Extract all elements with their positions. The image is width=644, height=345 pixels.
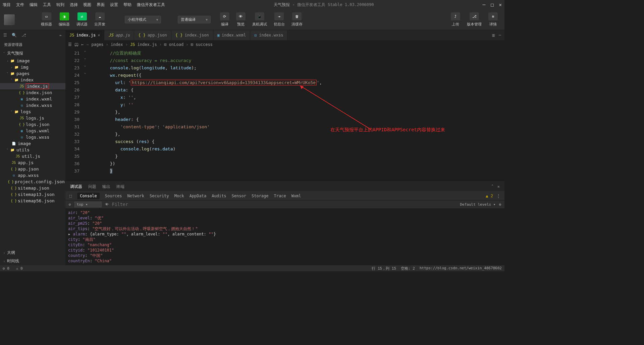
toolbtn-编译[interactable]: ⟳编译: [217, 11, 232, 28]
toolbtn-详情[interactable]: ≡详情: [486, 11, 500, 28]
panel-up-icon[interactable]: ˄: [491, 184, 493, 189]
outline-section[interactable]: ›大纲: [0, 249, 65, 257]
clear-icon[interactable]: ⊘: [69, 202, 71, 207]
menu-设置[interactable]: 设置: [110, 2, 118, 8]
tree-logs.wxss[interactable]: ⧈logs.wxss: [0, 134, 65, 140]
crumb-onLoad[interactable]: ⊡ onLoad: [164, 42, 183, 47]
maximize-icon[interactable]: □: [491, 2, 493, 7]
menu-帮助[interactable]: 帮助: [123, 2, 131, 8]
ptab-终端[interactable]: 终端: [116, 184, 124, 190]
tree-logs.json[interactable]: { }logs.json: [0, 121, 65, 128]
tree-sitemap13.json[interactable]: { }sitemap13.json: [0, 191, 65, 198]
dtab-Audits[interactable]: Audits: [212, 194, 226, 198]
avatar[interactable]: [4, 14, 15, 25]
timeline-section[interactable]: ›时间线: [0, 257, 65, 265]
settings-icon[interactable]: ⚙: [499, 202, 501, 207]
crumb-index[interactable]: index: [111, 42, 123, 47]
tab-app.json[interactable]: { }app.json: [134, 30, 171, 40]
dtab-Mock[interactable]: Mock: [174, 194, 184, 198]
toolbtn-真机调试[interactable]: 📱真机调试: [250, 11, 270, 28]
ptab-输出[interactable]: 输出: [102, 184, 110, 190]
mode-select[interactable]: 小程序模式▼: [125, 16, 161, 23]
dtab-Network[interactable]: Network: [127, 194, 144, 198]
toolbtn-上传[interactable]: ⤴上传: [448, 11, 463, 28]
tree-index.wxml[interactable]: ▣index.wxml: [0, 96, 65, 102]
split-icon[interactable]: ▥: [492, 33, 495, 38]
crumb-pages[interactable]: pages: [91, 42, 103, 47]
project-root[interactable]: ˅天气预报: [0, 49, 65, 58]
eye-icon[interactable]: 👁: [105, 202, 109, 207]
tree-image[interactable]: 📄image: [0, 140, 65, 147]
explorer-icon[interactable]: ☰: [3, 33, 7, 38]
minimize-icon[interactable]: ─: [483, 2, 485, 7]
menu-工具[interactable]: 工具: [43, 2, 51, 8]
collapse-icon[interactable]: ⇤: [60, 33, 62, 38]
toolbtn-预览[interactable]: 👁预览: [233, 11, 248, 28]
bookmark-icon[interactable]: 🕮: [74, 42, 78, 47]
dtab-Storage[interactable]: Storage: [252, 194, 269, 198]
tree-index.wxss[interactable]: ⧈index.wxss: [0, 102, 65, 109]
menu-微信开发者工具[interactable]: 微信开发者工具: [137, 2, 165, 8]
tree-index.json[interactable]: { }index.json: [0, 89, 65, 96]
tab-index.wxml[interactable]: ▣index.wxml: [213, 30, 250, 40]
inspect-icon[interactable]: ⬚: [69, 194, 72, 198]
filter-input[interactable]: [112, 202, 457, 207]
menu-界面[interactable]: 界面: [97, 2, 105, 8]
levels-select[interactable]: Default levels ▾: [460, 202, 495, 207]
tree-util.js[interactable]: JSutil.js: [0, 153, 65, 159]
tree-pages[interactable]: ˅📁pages: [0, 70, 65, 77]
menu-视图[interactable]: 视图: [83, 2, 91, 8]
tree-utils[interactable]: ˅📁utils: [0, 147, 65, 153]
tree-index[interactable]: ˅📁index: [0, 77, 65, 83]
tree-project.config.json[interactable]: { }project.config.json: [0, 179, 65, 185]
menu-转到[interactable]: 转到: [56, 2, 64, 8]
crumb-success[interactable]: ⊡ success: [191, 42, 213, 47]
tab-app.js[interactable]: JSapp.js: [104, 30, 134, 40]
more-icon[interactable]: ⋯: [499, 33, 501, 38]
tree-sitemap.json[interactable]: { }sitemap.json: [0, 185, 65, 191]
panel-close-icon[interactable]: ✕: [497, 184, 500, 189]
tab-index.wxss[interactable]: ⧈index.wxss: [250, 30, 287, 40]
tab-index.js[interactable]: JSindex.js×: [65, 30, 104, 40]
tab-index.json[interactable]: { }index.json: [171, 30, 213, 40]
ptab-调试器[interactable]: 调试器: [70, 184, 82, 190]
tree-app.wxss[interactable]: ⧈app.wxss: [0, 172, 65, 179]
dtab-Sensor[interactable]: Sensor: [232, 194, 246, 198]
tree-image[interactable]: ›📁image: [0, 58, 65, 64]
menu-选择[interactable]: 选择: [70, 2, 78, 8]
tree-logs.wxml[interactable]: ▣logs.wxml: [0, 128, 65, 134]
toolbtn-版本管理[interactable]: ⎇版本管理: [464, 11, 484, 28]
menu-项目[interactable]: 项目: [3, 2, 11, 8]
warn-badge[interactable]: ▲ 2: [486, 194, 493, 198]
crumb-index.js[interactable]: JS index.js: [130, 42, 157, 47]
tree-logs.js[interactable]: JSlogs.js: [0, 115, 65, 121]
console-output[interactable]: air: "20" air_level: "优" air_pm25: "20" …: [65, 209, 504, 265]
menu-编辑[interactable]: 编辑: [30, 2, 38, 8]
toolbtn-云开发[interactable]: ☁云开发: [92, 11, 108, 28]
toolbtn-切后台[interactable]: ⇥切后台: [271, 11, 287, 28]
tree-app.js[interactable]: JSapp.js: [0, 159, 65, 166]
toolbtn-调试器[interactable]: ⇄调试器: [74, 11, 90, 28]
git-icon[interactable]: ⎇: [21, 33, 26, 38]
toolbtn-编辑器[interactable]: ◨编辑器: [56, 11, 72, 28]
toolbtn-清缓存[interactable]: 🗑清缓存: [289, 11, 305, 28]
code-editor[interactable]: 2122232425262728293031323334353637 ˅˅˅˅ …: [65, 49, 504, 182]
forward-icon[interactable]: →: [86, 42, 89, 47]
tree-app.json[interactable]: { }app.json: [0, 166, 65, 172]
tree-img[interactable]: ›📁img: [0, 64, 65, 70]
dtab-Console[interactable]: Console: [77, 193, 100, 199]
close-icon[interactable]: ✕: [499, 2, 502, 7]
search-icon[interactable]: 🔍: [12, 33, 17, 38]
dtab-Sources[interactable]: Sources: [105, 194, 122, 198]
ptab-问题[interactable]: 问题: [88, 184, 96, 190]
context-select[interactable]: top ▾: [74, 202, 102, 207]
dtab-Security[interactable]: Security: [150, 194, 169, 198]
compile-select[interactable]: 普通编译▼: [178, 16, 210, 23]
tree-logs[interactable]: ˅📁logs: [0, 109, 65, 115]
dtab-Wxml[interactable]: Wxml: [291, 194, 301, 198]
dev-more-icon[interactable]: ⋮: [496, 194, 500, 198]
tree-sitemap56.json[interactable]: { }sitemap56.json: [0, 198, 65, 204]
tree-index.js[interactable]: JSindex.js: [0, 83, 65, 89]
list-icon[interactable]: ☰: [68, 42, 72, 47]
menu-文件[interactable]: 文件: [16, 2, 24, 8]
